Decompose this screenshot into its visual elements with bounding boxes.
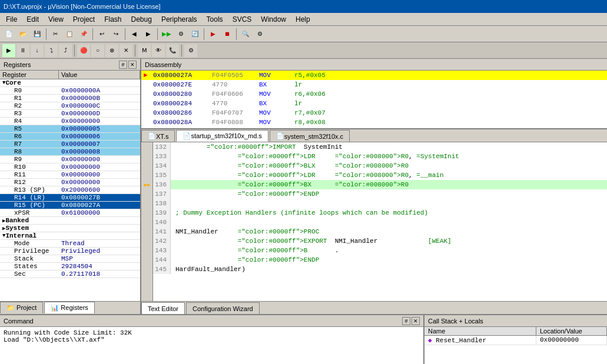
reg-row-r2[interactable]: R20x0000000C (0, 102, 140, 110)
bottom-tab-text-editor[interactable]: Text Editor (141, 302, 185, 314)
new-btn[interactable]: 📄 (2, 28, 15, 41)
settings-btn[interactable]: ⚙ (253, 28, 266, 41)
disasm-row[interactable]: 0x0800028A F04F0808 MOVr8,#0x08 (141, 118, 607, 127)
reg-row-r9[interactable]: R90x00000000 (0, 156, 140, 163)
menu-item-debug[interactable]: Debug (127, 14, 157, 25)
tab-registers[interactable]: 📊 Registers (44, 302, 95, 313)
code-line-140[interactable]: 140 (153, 218, 607, 227)
stop-btn[interactable]: ⏹ (221, 28, 234, 41)
disasm-row[interactable]: 0x08000286 F04F0707 MOVr7,#0x07 (141, 108, 607, 118)
disasm-row[interactable]: 0x08000280 F04F0606 MOVr6,#0x06 (141, 89, 607, 99)
reg-row-r0[interactable]: R00x0000000A (0, 87, 140, 95)
reg-row-r12[interactable]: R120x00000000 (0, 179, 140, 186)
build-btn[interactable]: ▶▶ (160, 28, 173, 41)
dbg-stepr-btn[interactable]: ⤴ (59, 44, 72, 57)
dbg-dis-btn[interactable]: ⊗ (105, 44, 118, 57)
command-close-btn[interactable]: ✕ (412, 317, 420, 325)
code-line-133[interactable]: 133 ="color:#0000ff">LDR ="color:#008000… (153, 152, 607, 161)
reg-row-r15pc[interactable]: R15 (PC)0x0800027A (0, 202, 140, 209)
registers-close-btn[interactable]: ✕ (128, 61, 137, 69)
callstack-row[interactable]: ◆ Reset_Handler0x00000000 (424, 336, 607, 345)
dbg-stop-btn[interactable]: ⏸ (16, 44, 29, 57)
code-line-139[interactable]: 139; Dummy Exception Handlers (infinite … (153, 208, 607, 218)
paste-btn[interactable]: 📌 (77, 28, 90, 41)
dbg-step-btn[interactable]: ↓ (31, 44, 44, 57)
code-tab-startupstm32f10xmds[interactable]: 📄 startup_stm32f10x_md.s (176, 130, 268, 142)
dbg-en-btn[interactable]: ○ (91, 44, 104, 57)
code-line-134[interactable]: 134 ="color:#0000ff">BLX ="color:#008000… (153, 161, 607, 171)
dbg-setup-btn[interactable]: ⚙ (184, 44, 197, 57)
compile-btn[interactable]: ⚙ (174, 28, 187, 41)
nav-fwd-btn[interactable]: ▶ (142, 28, 155, 41)
dbg-stepo-btn[interactable]: ⤵ (45, 44, 58, 57)
reg-row-states[interactable]: States29284504 (0, 263, 140, 271)
code-line-141[interactable]: 141NMI_Handler ="color:#0000ff">PROC (153, 227, 607, 236)
dbg-mem-btn[interactable]: Ⅿ (138, 44, 151, 57)
menu-item-project[interactable]: Project (68, 14, 99, 25)
code-tab-xts[interactable]: 📄 XT.s (141, 130, 175, 142)
reg-row-r8[interactable]: R80x00000008 (0, 148, 140, 156)
registers-pin-btn[interactable]: # (119, 61, 127, 69)
save-btn[interactable]: 💾 (31, 28, 44, 41)
reg-row-r4[interactable]: R40x00000000 (0, 118, 140, 125)
reg-row-r10[interactable]: R100x00000000 (0, 163, 140, 171)
reg-row-internal[interactable]: ▼ Internal (0, 232, 140, 240)
menu-item-window[interactable]: Window (256, 14, 291, 25)
open-btn[interactable]: 📂 (16, 28, 29, 41)
dbg-clr-btn[interactable]: ✕ (120, 44, 132, 57)
tab-project[interactable]: 📁 Project (0, 302, 43, 313)
menu-item-flash[interactable]: Flash (99, 14, 126, 25)
reg-row-privilege[interactable]: PrivilegePrivileged (0, 248, 140, 255)
reg-row-banked[interactable]: ▶ Banked (0, 217, 140, 225)
menu-item-peripherals[interactable]: Peripherals (157, 14, 202, 25)
dbg-watch-btn[interactable]: 👁 (152, 44, 165, 57)
reg-row-r11[interactable]: R110x00000000 (0, 171, 140, 179)
reg-row-r13sp[interactable]: R13 (SP)0x20000600 (0, 186, 140, 194)
reg-row-r14lr[interactable]: R14 (LR)0x0800027B (0, 194, 140, 202)
reg-row-sec[interactable]: Sec0.27117018 (0, 271, 140, 278)
reg-row-r5[interactable]: R50x00000005 (0, 125, 140, 133)
code-line-143[interactable]: 143 ="color:#0000ff">B . (153, 246, 607, 255)
code-line-142[interactable]: 142 ="color:#0000ff">EXPORT NMI_Handler … (153, 236, 607, 246)
search-btn[interactable]: 🔍 (239, 28, 252, 41)
reg-row-core[interactable]: ▼ Core (0, 79, 140, 87)
dbg-run-btn[interactable]: ▶ (2, 44, 15, 57)
reg-row-r1[interactable]: R10x0000000B (0, 95, 140, 102)
dbg-bp-btn[interactable]: 🔴 (77, 44, 90, 57)
disasm-row[interactable]: ►0x0800027A F04F0505 MOVr5,#0x05 (141, 71, 607, 80)
nav-back-btn[interactable]: ◀ (128, 28, 141, 41)
reg-row-xpsr[interactable]: xPSR0x61000000 (0, 209, 140, 217)
code-line-136[interactable]: 136 ="color:#0000ff">BX ="color:#008000"… (153, 180, 607, 189)
menu-item-view[interactable]: View (44, 14, 68, 25)
reg-row-mode[interactable]: ModeThread (0, 240, 140, 248)
code-line-137[interactable]: 137 ="color:#0000ff">ENDP (153, 189, 607, 199)
disasm-row[interactable]: 0x08000284 4770 BXlr (141, 99, 607, 108)
debug-btn[interactable]: ▶ (207, 28, 220, 41)
code-line-144[interactable]: 144 ="color:#0000ff">ENDP (153, 255, 607, 265)
reg-row-system[interactable]: ▶ System (0, 225, 140, 232)
dbg-call-btn[interactable]: 📞 (166, 44, 179, 57)
menu-item-tools[interactable]: Tools (202, 14, 228, 25)
reg-row-r6[interactable]: R60x00000006 (0, 133, 140, 141)
code-line-138[interactable]: 138 (153, 199, 607, 208)
disasm-row[interactable]: 0x0800027E 4770 BXlr (141, 80, 607, 89)
copy-btn[interactable]: 📋 (63, 28, 76, 41)
cut-btn[interactable]: ✂ (49, 28, 62, 41)
rebuild-btn[interactable]: 🔄 (188, 28, 201, 41)
reg-row-r7[interactable]: R70x00000007 (0, 141, 140, 148)
code-line-132[interactable]: 132 ="color:#0000ff">IMPORT SystemInit (153, 142, 607, 152)
menu-item-help[interactable]: Help (291, 14, 315, 25)
code-editor[interactable]: ▶▶ 132 ="color:#0000ff">IMPORT SystemIni… (141, 142, 607, 301)
menu-item-file[interactable]: File (1, 14, 22, 25)
command-pin-btn[interactable]: # (402, 317, 410, 325)
code-line-135[interactable]: 135 ="color:#0000ff">LDR ="color:#008000… (153, 171, 607, 180)
undo-btn[interactable]: ↩ (95, 28, 108, 41)
menu-item-edit[interactable]: Edit (22, 14, 44, 25)
reg-row-stack[interactable]: StackMSP (0, 255, 140, 263)
code-line-145[interactable]: 145HardFault_Handler) (153, 265, 607, 274)
menu-item-svcs[interactable]: SVCS (228, 14, 257, 25)
reg-row-r3[interactable]: R30x0000000D (0, 110, 140, 118)
code-tab-systemstm32f10xc[interactable]: 📄 system_stm32f10x.c (270, 130, 350, 142)
redo-btn[interactable]: ↪ (110, 28, 122, 41)
bottom-tab-configuration-wizard[interactable]: Configuration Wizard (186, 302, 260, 314)
